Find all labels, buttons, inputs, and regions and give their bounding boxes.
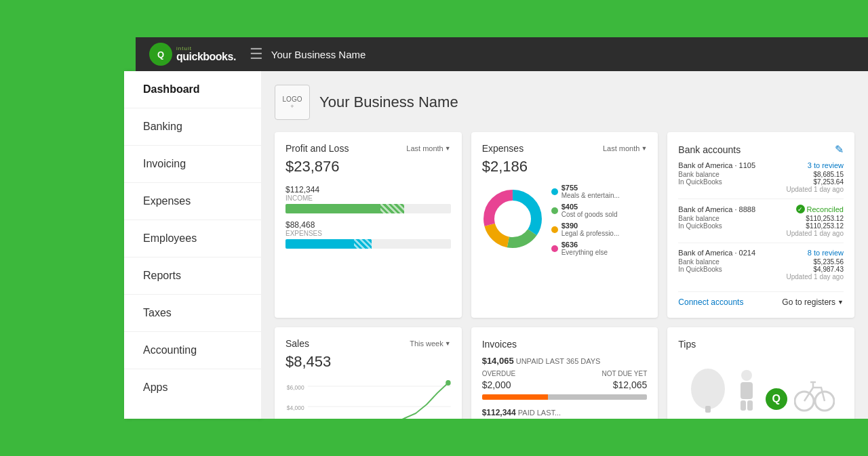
sales-card-header: Sales This week ▼ — [285, 338, 451, 349]
bank-account-0-qb-row: In QuickBooks $7,253.64 — [678, 178, 844, 186]
invoices-paid-amount: $112,344 — [482, 408, 516, 417]
svg-point-23 — [741, 370, 752, 381]
expenses-card-header: Expenses Last month ▼ — [482, 143, 648, 154]
income-amount: $112,344 — [285, 185, 451, 194]
page-wrapper: Q intuit quickbooks. ☰ Your Business Nam… — [0, 0, 868, 456]
sidebar-item-reports[interactable]: Reports — [124, 257, 261, 295]
svg-text:Q: Q — [157, 49, 164, 60]
invoices-progress-bar — [482, 394, 648, 400]
topbar-business-name: Your Business Name — [271, 49, 366, 60]
income-bar-section: $112,344 INCOME — [285, 185, 451, 213]
invoices-title: Invoices — [482, 339, 517, 350]
bank-account-0-balance-row: Bank balance $8,685.15 — [678, 171, 844, 178]
bank-account-0: Bank of America · 1105 3 to review Bank … — [678, 161, 844, 199]
expenses-legend: $755 Meals & entertain... $405 Cost of g… — [551, 184, 648, 256]
bank-account-2-review[interactable]: 8 to review — [808, 249, 844, 257]
bank-title: Bank accounts — [678, 144, 741, 155]
sidebar-item-expenses[interactable]: Expenses — [124, 183, 261, 220]
invoices-amounts: $2,000 $12,065 — [482, 379, 648, 390]
legend-dot-3 — [551, 245, 558, 252]
invoices-unpaid-amount: $14,065 — [482, 356, 514, 366]
sidebar-item-invoicing[interactable]: Invoicing — [124, 146, 261, 183]
pnl-amount: $23,876 — [285, 158, 451, 175]
sales-amount: $8,453 — [285, 353, 451, 371]
bank-accounts-card: Bank accounts ✎ Bank of America · 1105 3… — [667, 132, 854, 318]
legend-label-2: Legal & professio... — [561, 230, 620, 237]
svg-rect-25 — [741, 400, 746, 411]
tips-illustration: Q — [678, 358, 844, 413]
hamburger-icon[interactable]: ☰ — [250, 45, 263, 63]
sidebar-item-accounting[interactable]: Accounting — [124, 332, 261, 369]
sidebar-item-taxes[interactable]: Taxes — [124, 295, 261, 332]
bank-account-1-name: Bank of America · 8888 — [678, 205, 755, 213]
bank-account-0-updated: Updated 1 day ago — [678, 186, 844, 193]
sidebar-item-banking[interactable]: Banking — [124, 108, 261, 146]
topbar: Q intuit quickbooks. ☰ Your Business Nam… — [136, 37, 868, 71]
go-registers-link[interactable]: Go to registers ▼ — [782, 297, 844, 307]
legend-item-3: $636 Everything else — [551, 241, 648, 256]
content-header: LOGO + Your Business Name — [275, 85, 854, 120]
expenses-bar-section: $88,468 EXPENSES — [285, 220, 451, 249]
sales-chart-container: $6,000 $4,000 $2,000 — [285, 376, 451, 419]
legend-label-0: Meals & entertain... — [561, 192, 620, 199]
legend-amount-3: $636 — [561, 241, 608, 249]
invoices-paid-label: PAID LAST... — [518, 409, 561, 417]
svg-rect-22 — [705, 406, 711, 413]
qb-icon-svg: Q — [153, 47, 168, 62]
invoices-overdue-label: OVERDUE — [482, 370, 515, 377]
bank-account-2-balance-row: Bank balance $5,235.56 — [678, 258, 844, 266]
bank-account-0-review[interactable]: 3 to review — [808, 161, 844, 169]
sales-period[interactable]: This week ▼ — [410, 339, 450, 348]
invoices-overdue-amount: $2,000 — [482, 379, 511, 390]
income-bar-fill — [285, 204, 404, 213]
invoices-card-header: Invoices — [482, 338, 648, 350]
quickbooks-logo: Q intuit quickbooks. — [149, 43, 236, 66]
bank-edit-icon[interactable]: ✎ — [835, 143, 844, 156]
svg-point-21 — [691, 369, 725, 409]
expenses-label: EXPENSES — [285, 230, 451, 237]
legend-item-0: $755 Meals & entertain... — [551, 184, 648, 199]
tips-bike-icon — [794, 375, 835, 413]
bank-account-1-balance-row: Bank balance $110,253.12 — [678, 215, 844, 222]
sales-title: Sales — [285, 338, 309, 349]
tips-card-header: Tips — [678, 338, 844, 350]
progress-not-due — [548, 394, 647, 400]
content-business-name: Your Business Name — [319, 94, 458, 111]
bank-card-header: Bank accounts ✎ — [678, 143, 844, 156]
sales-card: Sales This week ▼ $8,453 $6,000 $4,000 $… — [275, 327, 462, 419]
invoices-unpaid-label: UNPAID LAST 365 DAYS — [516, 357, 601, 365]
legend-label-3: Everything else — [561, 249, 608, 256]
income-label: INCOME — [285, 194, 451, 202]
pnl-period[interactable]: Last month ▼ — [406, 144, 450, 152]
tips-qb-icon: Q — [766, 388, 787, 410]
sidebar-item-dashboard[interactable]: Dashboard — [124, 71, 261, 108]
bank-account-0-balance-value: $8,685.15 — [813, 171, 844, 178]
sidebar-item-employees[interactable]: Employees — [124, 220, 261, 257]
tips-title: Tips — [678, 339, 696, 350]
bank-account-2-name: Bank of America · 0214 — [678, 249, 755, 257]
pnl-card-header: Profit and Loss Last month ▼ — [285, 143, 451, 154]
bank-account-2-updated: Updated 1 day ago — [678, 273, 844, 281]
tips-person-icon — [735, 369, 759, 413]
sidebar-item-apps[interactable]: Apps — [124, 369, 261, 406]
legend-dot-0 — [551, 188, 558, 195]
bank-account-0-name: Bank of America · 1105 — [678, 161, 755, 169]
svg-rect-26 — [747, 400, 753, 411]
bank-account-0-balance-label: Bank balance — [678, 171, 719, 178]
expenses-period[interactable]: Last month ▼ — [603, 144, 647, 152]
invoices-paid-row: $112,344 PAID LAST... — [482, 408, 648, 417]
invoices-labels: OVERDUE NOT DUE YET — [482, 370, 648, 377]
bank-account-0-header: Bank of America · 1105 3 to review — [678, 161, 844, 169]
main-content: LOGO + Your Business Name Profit and Los… — [261, 71, 868, 419]
sidebar: Dashboard Banking Invoicing Expenses Emp… — [124, 71, 261, 419]
svg-rect-24 — [741, 382, 753, 399]
progress-overdue — [482, 394, 548, 400]
bank-account-2-qb-row: In QuickBooks $4,987.43 — [678, 266, 844, 273]
connect-accounts-link[interactable]: Connect accounts — [678, 297, 743, 307]
profit-loss-card: Profit and Loss Last month ▼ $23,876 $11… — [275, 132, 462, 318]
expenses-bar-fill — [285, 239, 372, 249]
bank-account-0-qb-label: In QuickBooks — [678, 178, 722, 186]
dashboard-row-1: Profit and Loss Last month ▼ $23,876 $11… — [275, 132, 854, 318]
expenses-amount-display: $2,186 — [482, 158, 648, 175]
expenses-chart-area: $755 Meals & entertain... $405 Cost of g… — [482, 184, 648, 256]
